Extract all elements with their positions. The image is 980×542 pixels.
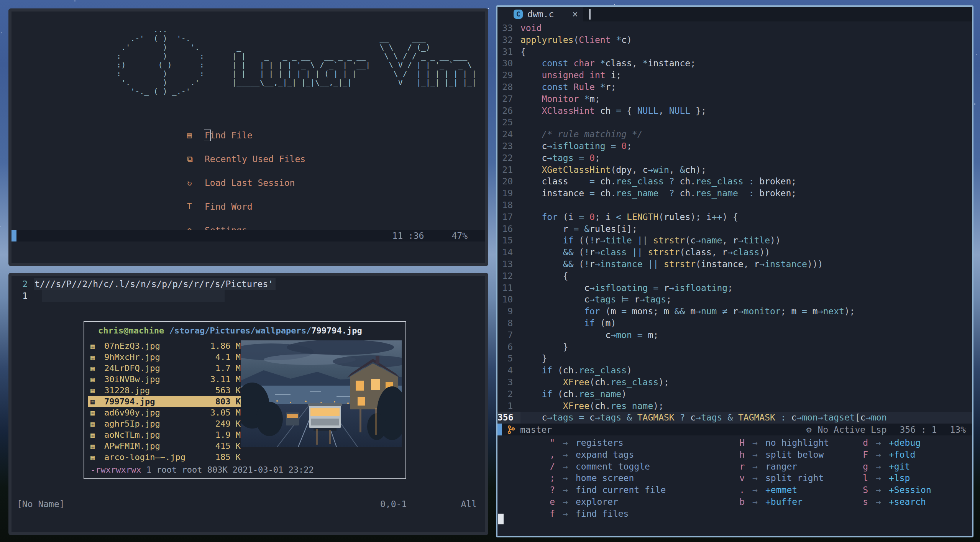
star-dot xyxy=(0,226,1,227)
binding-key: ? xyxy=(534,484,555,496)
permission-details: 1 root root 803K 2021-03-01 23:22 xyxy=(141,465,314,475)
code-line[interactable]: 11 c→isfloating = r→isfloating; xyxy=(497,282,972,294)
code-editor-area[interactable]: 33void32applyrules(Client *c)31{30 const… xyxy=(497,22,972,424)
which-key-binding[interactable]: /→comment toggle xyxy=(534,461,666,473)
which-key-binding[interactable]: "→registers xyxy=(534,437,666,449)
image-file-icon: ▦ xyxy=(90,429,104,440)
file-row[interactable]: ▦9hMxcHr.jpg 4.1 M xyxy=(88,351,243,363)
code-line-number: 11 xyxy=(497,282,520,294)
code-line[interactable]: 1 XFree(ch.res_name); xyxy=(497,400,972,412)
arrow-icon: → xyxy=(868,472,889,484)
dashboard-menu-item[interactable]: TFind Word xyxy=(187,201,305,212)
code-line[interactable]: 33void xyxy=(497,22,972,34)
code-line[interactable]: 9 for (m = mons; m && m→num ≠ r→monitor;… xyxy=(497,305,972,317)
code-line[interactable]: 17 for (i = 0; i < LENGTH(rules); i++) { xyxy=(497,211,972,223)
star-dot xyxy=(74,0,76,2)
code-line-text: if (ch.res_class) xyxy=(520,365,632,376)
code-line-number: 3 xyxy=(497,376,520,388)
code-line[interactable]: 28 const Rule *r; xyxy=(497,81,972,93)
dashboard-menu-item[interactable]: ▤Find File xyxy=(187,130,305,141)
code-line[interactable]: 12 { xyxy=(497,270,972,282)
which-key-binding[interactable]: S→+Session xyxy=(847,484,931,496)
buffer-line[interactable]: 2t///s/P//2/h/c/.l/s/n/s/p/p/s/r/r/s/Pic… xyxy=(11,278,485,290)
which-key-binding[interactable]: r→ranger xyxy=(724,461,829,473)
buffer-line[interactable]: 1 xyxy=(11,290,485,302)
code-line[interactable]: 4 if (ch.res_class) xyxy=(497,365,972,376)
code-line[interactable]: 10 c→tags ⊨ r→tags; xyxy=(497,294,972,305)
which-key-binding[interactable]: f→find files xyxy=(534,508,666,520)
code-line[interactable]: 18 xyxy=(497,199,972,211)
which-key-binding[interactable]: b→+buffer xyxy=(724,496,829,508)
which-key-binding[interactable]: ?→find current file xyxy=(534,484,666,496)
image-file-icon: ▦ xyxy=(90,374,104,385)
which-key-binding[interactable]: v→split right xyxy=(724,472,829,484)
file-row[interactable]: ▦aghr5Ip.jpg 249 K xyxy=(88,418,243,429)
code-line[interactable]: 32applyrules(Client *c) xyxy=(497,34,972,46)
binding-label: +lsp xyxy=(889,472,910,484)
file-row[interactable]: ▦24LrDFQ.jpg 1.7 M xyxy=(88,363,243,374)
binding-key: l xyxy=(847,472,868,484)
dashboard-statusline: 11 :36 47% xyxy=(11,230,485,241)
code-line[interactable]: 29 unsigned int i; xyxy=(497,69,972,81)
file-row[interactable]: ▦APwFMIM.jpg 415 K xyxy=(88,440,243,452)
file-row[interactable]: ▦arco-login—~.jpg185 K xyxy=(88,452,243,463)
code-line-number: 21 xyxy=(497,164,520,176)
code-line[interactable]: 26 XClassHint ch = { NULL, NULL }; xyxy=(497,105,972,117)
code-line[interactable]: 20 class = ch.res_class ? ch.res_class :… xyxy=(497,176,972,187)
file-row[interactable]: ▦31228.jpg 563 K xyxy=(88,385,243,396)
code-line[interactable]: 19 instance = ch.res_name ? ch.res_name … xyxy=(497,187,972,199)
which-key-binding[interactable]: H→no highlight xyxy=(724,437,829,449)
code-line[interactable]: 13 && (!r→instance || strstr(instance, r… xyxy=(497,258,972,270)
code-line[interactable]: 25 xyxy=(497,117,972,128)
which-key-binding[interactable]: s→+search xyxy=(847,496,931,508)
code-line-text: if ((!r→title || strstr(c→name, r→title)… xyxy=(520,235,781,246)
code-line[interactable]: 27 Monitor *m; xyxy=(497,93,972,105)
code-line[interactable]: 22 c→tags = 0; xyxy=(497,152,972,164)
which-key-binding[interactable]: ,→expand tags xyxy=(534,449,666,461)
code-line[interactable]: 30 const char *class, *instance; xyxy=(497,57,972,69)
file-row[interactable]: ▦aoNcTLm.jpg 1.9 M xyxy=(88,429,243,440)
code-line[interactable]: 356 c→tags = c→tags & TAGMASK ? c→tags &… xyxy=(497,412,972,424)
which-key-binding[interactable]: l→+lsp xyxy=(847,472,931,484)
file-row[interactable]: ▦07nEzQ3.jpg1.86 M xyxy=(88,340,243,351)
binding-key: e xyxy=(534,496,555,508)
code-line[interactable]: 24 /* rule matching */ xyxy=(497,128,972,140)
code-line[interactable]: 16 r = &rules[i]; xyxy=(497,223,972,235)
code-line[interactable]: 2 if (ch.res_name) xyxy=(497,388,972,400)
code-line[interactable]: 7 c→mon = m; xyxy=(497,329,972,341)
code-line[interactable]: 31{ xyxy=(497,46,972,58)
file-row[interactable]: ▦30iNVBw.jpg3.11 M xyxy=(88,374,243,385)
which-key-binding[interactable]: g→+git xyxy=(847,461,931,473)
tab-close-icon[interactable]: × xyxy=(572,9,578,20)
dashboard-cursor: F xyxy=(205,130,210,140)
file-name: aoNcTLm.jpg xyxy=(104,429,210,440)
which-key-binding[interactable]: ;→home screen xyxy=(534,472,666,484)
which-key-binding[interactable]: h→split below xyxy=(724,449,829,461)
code-line[interactable]: 23 c→isfloating = 0; xyxy=(497,140,972,152)
which-key-binding[interactable]: .→+emmet xyxy=(724,484,829,496)
dashboard-menu-item[interactable]: ⧉Recently Used Files xyxy=(187,153,305,165)
code-line[interactable]: 21 XGetClassHint(dpy, c→win, &ch); xyxy=(497,164,972,176)
code-line[interactable]: 8 if (m) xyxy=(497,317,972,329)
which-key-binding[interactable]: F→+fold xyxy=(847,449,931,461)
code-line[interactable]: 15 if ((!r→title || strstr(c→name, r→tit… xyxy=(497,235,972,246)
file-row[interactable]: ▦ad6v90y.jpg3.05 M xyxy=(88,407,243,418)
code-line[interactable]: 6 } xyxy=(497,341,972,353)
scratch-buffer-lines[interactable]: 2t///s/P//2/h/c/.l/s/n/s/p/p/s/r/r/s/Pic… xyxy=(11,278,485,302)
code-line-text: && (!r→class || strstr(class, r→class)) xyxy=(520,246,770,258)
file-permissions-line: -rwxrwxrwx 1 root root 803K 2021-03-01 2… xyxy=(90,464,314,475)
file-row[interactable]: ▦799794.jpg 803 K xyxy=(88,396,243,407)
tab-dwm-c[interactable]: C dwm.c × xyxy=(497,7,583,21)
code-line-text: class = ch.res_class ? ch.res_class : br… xyxy=(520,176,796,187)
code-line-text: if (m) xyxy=(520,317,616,329)
binding-label: +buffer xyxy=(765,496,803,508)
which-key-binding[interactable]: d→+debug xyxy=(847,437,931,449)
current-file-name: 799794.jpg xyxy=(311,326,362,335)
dashboard-menu-item[interactable]: ↻Load Last Session xyxy=(187,177,305,189)
code-line[interactable]: 5 } xyxy=(497,353,972,365)
which-key-binding[interactable]: e→explorer xyxy=(534,496,666,508)
tab-label: dwm.c xyxy=(527,9,554,19)
code-line-text: c→tags = c→tags & TAGMASK ? c→tags & TAG… xyxy=(520,412,887,424)
code-line[interactable]: 3 XFree(ch.res_class); xyxy=(497,376,972,388)
code-line[interactable]: 14 && (!r→class || strstr(class, r→class… xyxy=(497,246,972,258)
